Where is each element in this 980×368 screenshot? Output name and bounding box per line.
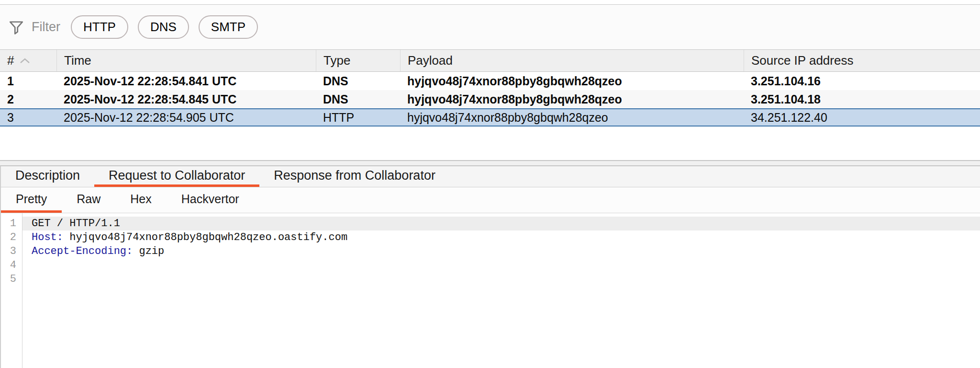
code-line: 3 Accept-Encoding: gzip: [1, 244, 980, 258]
row-number: 1: [0, 72, 56, 90]
code-line: 1 GET / HTTP/1.1: [1, 217, 980, 230]
table-row[interactable]: 1 2025-Nov-12 22:28:54.841 UTC DNS hyjqv…: [0, 72, 980, 90]
code-text: [22, 258, 980, 272]
code-line: 5: [1, 272, 980, 286]
window-top-edge: [0, 0, 980, 5]
row-payload: hyjqvo48j74xnor88pby8gbqwh28qzeo: [400, 72, 744, 90]
interaction-detail-panel: Description Request to Collaborator Resp…: [0, 166, 980, 368]
column-header-type[interactable]: Type: [316, 50, 400, 71]
tab-hex[interactable]: Hex: [115, 187, 166, 213]
row-type: DNS: [316, 72, 400, 90]
filter-label: Filter: [32, 20, 60, 34]
filter-funnel-icon: [8, 19, 25, 36]
filter-pill-http[interactable]: HTTP: [71, 15, 128, 39]
table-row-selected[interactable]: 3 2025-Nov-12 22:28:54.905 UTC HTTP hyjq…: [0, 108, 980, 126]
row-source-ip: 3.251.104.18: [744, 90, 980, 108]
sort-asc-icon: [20, 58, 30, 64]
column-header-source-ip[interactable]: Source IP address: [744, 50, 980, 71]
filter-pill-smtp[interactable]: SMTP: [199, 15, 258, 39]
code-line: 4: [1, 258, 980, 272]
panel-splitter[interactable]: [0, 160, 980, 166]
tab-request-to-collaborator[interactable]: Request to Collaborator: [94, 166, 259, 187]
line-number: 5: [1, 272, 22, 286]
row-payload: hyjqvo48j74xnor88pby8gbqwh28qzeo: [400, 109, 744, 126]
tab-hackvertor[interactable]: Hackvertor: [167, 187, 254, 213]
tab-raw[interactable]: Raw: [62, 187, 115, 213]
line-number: 4: [1, 258, 22, 272]
row-type: DNS: [316, 90, 400, 108]
row-time: 2025-Nov-12 22:28:54.905 UTC: [56, 109, 316, 126]
column-header-payload[interactable]: Payload: [400, 50, 744, 71]
code-text: [22, 272, 980, 286]
code-line: 2 Host: hyjqvo48j74xnor88pby8gbqwh28qzeo…: [1, 230, 980, 244]
column-header-time[interactable]: Time: [56, 50, 316, 71]
filter-bar: Filter HTTP DNS SMTP: [0, 5, 980, 49]
row-time: 2025-Nov-12 22:28:54.841 UTC: [56, 72, 316, 90]
line-number: 1: [1, 217, 22, 230]
view-tab-bar: Pretty Raw Hex Hackvertor: [1, 187, 980, 213]
row-source-ip: 34.251.122.40: [744, 109, 980, 126]
request-editor[interactable]: 1 GET / HTTP/1.1 2 Host: hyjqvo48j74xnor…: [1, 213, 980, 368]
row-time: 2025-Nov-12 22:28:54.845 UTC: [56, 90, 316, 108]
column-header-number[interactable]: #: [0, 50, 56, 71]
row-type: HTTP: [316, 109, 400, 126]
code-text: Host: hyjqvo48j74xnor88pby8gbqwh28qzeo.o…: [22, 230, 980, 244]
code-text: Accept-Encoding: gzip: [22, 244, 980, 258]
row-payload: hyjqvo48j74xnor88pby8gbqwh28qzeo: [400, 90, 744, 108]
row-source-ip: 3.251.104.16: [744, 72, 980, 90]
tab-response-from-collaborator[interactable]: Response from Collaborator: [259, 166, 450, 187]
row-number: 2: [0, 90, 56, 108]
table-row[interactable]: 2 2025-Nov-12 22:28:54.845 UTC DNS hyjqv…: [0, 90, 980, 108]
interactions-table-header: # Time Type Payload Source IP address: [0, 49, 980, 72]
code-text: GET / HTTP/1.1: [22, 217, 980, 230]
line-number: 3: [1, 244, 22, 258]
tab-pretty[interactable]: Pretty: [1, 187, 62, 213]
row-number: 3: [0, 109, 56, 126]
detail-tab-bar: Description Request to Collaborator Resp…: [1, 166, 980, 187]
tab-description[interactable]: Description: [1, 166, 94, 187]
filter-pill-dns[interactable]: DNS: [138, 15, 189, 39]
line-number: 2: [1, 230, 22, 244]
table-empty-area: [0, 126, 980, 160]
